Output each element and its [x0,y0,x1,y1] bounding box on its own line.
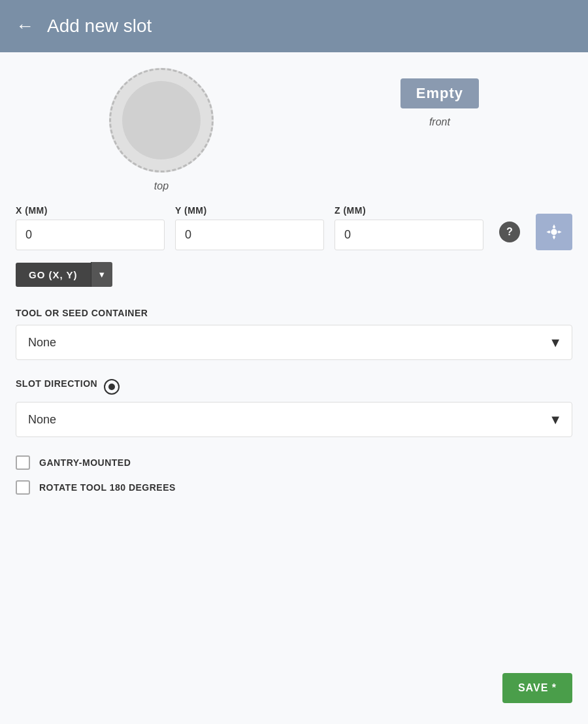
help-icon-container: ? [494,216,525,248]
gantry-mounted-label: GANTRY-MOUNTED [39,457,131,468]
top-view-circle [109,68,214,173]
views-row: top Empty front [16,68,572,192]
tool-container-select[interactable]: None Seeder Watering Nozzle Rotary Tool … [16,325,572,360]
y-field: Y (MM) [175,205,324,250]
slot-direction-header: SLOT DIRECTION [16,378,572,395]
rotate-tool-checkbox[interactable] [16,480,30,495]
x-field: X (MM) [16,205,165,250]
go-button[interactable]: GO (X, Y) [16,263,91,287]
go-row: GO (X, Y) ▾ [16,262,572,287]
svg-point-0 [553,231,556,234]
z-input[interactable] [335,220,483,250]
tool-container-label: TOOL OR SEED CONTAINER [16,308,572,318]
help-icon[interactable]: ? [499,222,520,242]
rotate-tool-label: ROTATE TOOL 180 DEGREES [39,482,176,493]
x-input[interactable] [16,220,165,250]
front-view-label: front [429,116,450,128]
coordinates-section: X (MM) Y (MM) Z (MM) ? [16,205,572,250]
slot-direction-select[interactable]: None Positive X Negative X Positive Y Ne… [16,402,572,437]
radio-target-inner [108,384,115,390]
move-button[interactable] [536,214,572,250]
top-view-label: top [154,180,169,192]
x-label: X (MM) [16,205,165,216]
tool-container-dropdown-wrapper: None Seeder Watering Nozzle Rotary Tool … [16,325,572,360]
page-title: Add new slot [47,16,152,37]
slot-direction-dropdown-wrapper: None Positive X Negative X Positive Y Ne… [16,402,572,437]
radio-target-icon [104,379,120,395]
z-label: Z (MM) [335,205,483,216]
front-view-container: Empty front [400,78,479,128]
top-view-inner [122,81,201,159]
checkboxes-section: GANTRY-MOUNTED ROTATE TOOL 180 DEGREES [16,455,572,495]
y-input[interactable] [175,220,324,250]
empty-badge: Empty [400,78,479,108]
slot-direction-label: SLOT DIRECTION [16,378,97,389]
go-dropdown-button[interactable]: ▾ [91,262,112,287]
gantry-mounted-row: GANTRY-MOUNTED [16,455,572,470]
slot-direction-section: SLOT DIRECTION None Positive X Negative … [16,378,572,437]
y-label: Y (MM) [175,205,324,216]
tool-container-section: TOOL OR SEED CONTAINER None Seeder Water… [16,308,572,360]
coords-row: X (MM) Y (MM) Z (MM) ? [16,205,572,250]
main-content: top Empty front X (MM) Y (MM) Z (MM) [0,52,588,724]
save-button[interactable]: SAVE * [502,673,572,703]
gantry-mounted-checkbox[interactable] [16,455,30,470]
move-icon [545,223,563,241]
rotate-tool-row: ROTATE TOOL 180 DEGREES [16,480,572,495]
back-button[interactable]: ← [16,16,34,37]
top-view-container: top [109,68,214,192]
header: ← Add new slot [0,0,588,52]
z-field: Z (MM) [335,205,483,250]
